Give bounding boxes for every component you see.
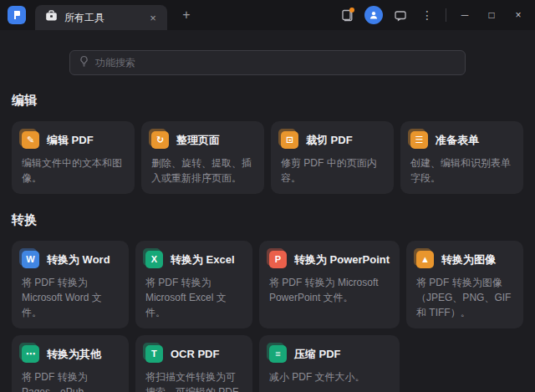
bulb-icon bbox=[79, 55, 89, 70]
tool-card-prepare-form[interactable]: ☰ 准备表单 创建、编辑和识别表单字段。 bbox=[400, 121, 523, 194]
account-avatar[interactable] bbox=[362, 4, 385, 26]
convert-to-word-icon: W bbox=[22, 251, 39, 268]
whats-new-icon[interactable] bbox=[335, 4, 359, 26]
tool-description: 将 PDF 转换为 Microsoft Word 文件。 bbox=[22, 275, 119, 320]
tool-title: 裁切 PDF bbox=[306, 133, 353, 148]
more-menu-icon[interactable]: ⋮ bbox=[415, 4, 439, 26]
section-title-edit: 编辑 bbox=[12, 93, 523, 109]
tool-description: 将 PDF 转换为 Pages、ePub 、HTML、RTF 和文本文件。 bbox=[22, 369, 119, 392]
tool-title: 转换为图像 bbox=[441, 252, 496, 267]
tool-description: 修剪 PDF 中的页面内容。 bbox=[281, 155, 384, 186]
tab-label: 所有工具 bbox=[64, 11, 139, 25]
prepare-form-icon: ☰ bbox=[410, 131, 428, 149]
all-tools-page: 功能搜索 编辑 ✎ 编辑 PDF 编辑文件中的文本和图像。 ↻ 整理页面 删除、… bbox=[0, 50, 535, 392]
tab-all-tools[interactable]: 所有工具 × bbox=[35, 5, 167, 30]
organize-pages-icon: ↻ bbox=[151, 131, 169, 149]
tool-description: 将 PDF 转换为图像（JPEG、PNG、GIF 和 TIFF）。 bbox=[416, 275, 513, 320]
tool-card-organize-pages[interactable]: ↻ 整理页面 删除、旋转、提取、插入或重新排序页面。 bbox=[141, 121, 264, 194]
tool-title: 压缩 PDF bbox=[294, 347, 341, 362]
tool-description: 创建、编辑和识别表单字段。 bbox=[410, 155, 513, 186]
tool-description: 将 PDF 转换为 Microsoft PowerPoint 文件。 bbox=[269, 275, 390, 305]
feedback-icon[interactable] bbox=[389, 4, 412, 26]
tool-title: 整理页面 bbox=[176, 133, 220, 148]
tab-close-icon[interactable]: × bbox=[145, 10, 160, 25]
titlebar-separator bbox=[446, 8, 446, 22]
convert-tools-grid: W 转换为 Word 将 PDF 转换为 Microsoft Word 文件。 … bbox=[12, 241, 523, 392]
tool-title: 转换为 Word bbox=[47, 252, 110, 267]
titlebar-actions: ⋮ ─ □ × bbox=[335, 4, 535, 26]
maximize-button[interactable]: □ bbox=[480, 4, 503, 26]
compress-pdf-icon: ≡ bbox=[269, 345, 287, 363]
tool-description: 将 PDF 转换为 Microsoft Excel 文件。 bbox=[145, 275, 242, 320]
app-window: 所有工具 × + bbox=[0, 0, 535, 392]
ocr-pdf-icon: T bbox=[145, 345, 163, 363]
tool-description: 将扫描文件转换为可搜索、可编辑的 PDF 文件。 bbox=[145, 369, 242, 392]
tool-card-convert-to-other[interactable]: ⋯ 转换为其他 将 PDF 转换为 Pages、ePub 、HTML、RTF 和… bbox=[12, 335, 129, 392]
tool-title: 编辑 PDF bbox=[47, 133, 94, 148]
tool-card-edit-pdf[interactable]: ✎ 编辑 PDF 编辑文件中的文本和图像。 bbox=[12, 121, 135, 194]
tool-card-ocr-pdf[interactable]: T OCR PDF 将扫描文件转换为可搜索、可编辑的 PDF 文件。 bbox=[135, 335, 252, 392]
tool-card-compress-pdf[interactable]: ≡ 压缩 PDF 减小 PDF 文件大小。 bbox=[259, 335, 400, 392]
edit-pdf-icon: ✎ bbox=[22, 131, 39, 149]
tool-card-crop-pdf[interactable]: ⊡ 裁切 PDF 修剪 PDF 中的页面内容。 bbox=[271, 121, 394, 194]
tool-title: 转换为 PowerPoint bbox=[294, 252, 390, 267]
tool-title: 转换为 Excel bbox=[171, 252, 235, 267]
convert-to-excel-icon: X bbox=[145, 251, 163, 268]
titlebar: 所有工具 × + bbox=[0, 0, 535, 30]
convert-to-powerpoint-icon: P bbox=[269, 251, 287, 268]
tool-title: OCR PDF bbox=[171, 348, 220, 360]
section-title-convert: 转换 bbox=[12, 212, 523, 228]
minimize-button[interactable]: ─ bbox=[453, 4, 476, 26]
app-logo-icon bbox=[8, 6, 26, 24]
convert-to-image-icon: ▲ bbox=[416, 251, 434, 268]
toolbox-icon bbox=[45, 10, 58, 25]
tool-description: 编辑文件中的文本和图像。 bbox=[22, 155, 125, 186]
crop-pdf-icon: ⊡ bbox=[281, 131, 298, 149]
tool-card-convert-to-powerpoint[interactable]: P 转换为 PowerPoint 将 PDF 转换为 Microsoft Pow… bbox=[259, 241, 400, 328]
edit-tools-grid: ✎ 编辑 PDF 编辑文件中的文本和图像。 ↻ 整理页面 删除、旋转、提取、插入… bbox=[12, 121, 523, 194]
new-tab-button[interactable]: + bbox=[176, 4, 197, 26]
tool-card-convert-to-word[interactable]: W 转换为 Word 将 PDF 转换为 Microsoft Word 文件。 bbox=[12, 241, 129, 328]
tool-title: 准备表单 bbox=[436, 133, 479, 148]
user-avatar-icon bbox=[364, 6, 383, 24]
convert-to-other-icon: ⋯ bbox=[22, 345, 39, 363]
tool-description: 删除、旋转、提取、插入或重新排序页面。 bbox=[151, 155, 254, 186]
close-button[interactable]: × bbox=[507, 4, 530, 26]
tool-card-convert-to-image[interactable]: ▲ 转换为图像 将 PDF 转换为图像（JPEG、PNG、GIF 和 TIFF）… bbox=[406, 241, 523, 328]
notification-dot bbox=[349, 8, 354, 13]
tool-description: 减小 PDF 文件大小。 bbox=[269, 369, 390, 384]
search-input[interactable]: 功能搜索 bbox=[69, 50, 466, 75]
tool-title: 转换为其他 bbox=[47, 347, 101, 362]
tool-card-convert-to-excel[interactable]: X 转换为 Excel 将 PDF 转换为 Microsoft Excel 文件… bbox=[135, 241, 252, 328]
search-placeholder: 功能搜索 bbox=[95, 56, 135, 70]
